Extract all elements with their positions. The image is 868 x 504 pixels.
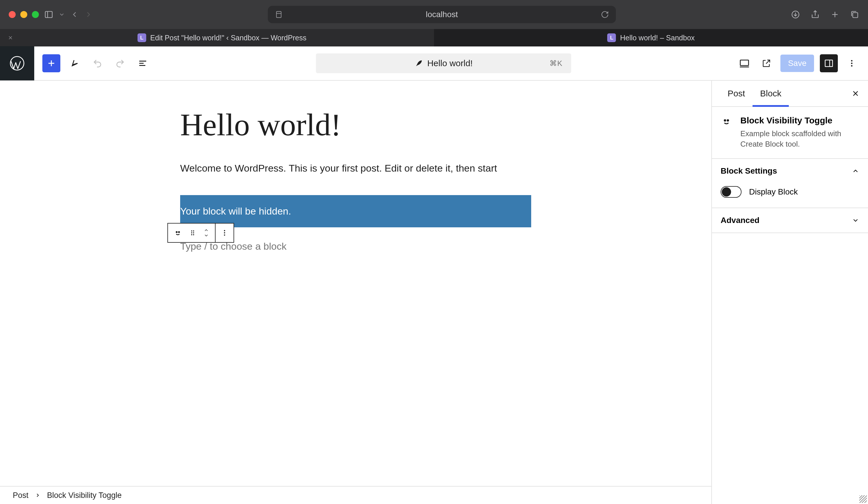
block-type-icon[interactable] — [173, 228, 183, 238]
traffic-close[interactable] — [9, 11, 16, 18]
add-block-button[interactable] — [42, 54, 60, 72]
svg-point-38 — [724, 120, 726, 121]
tab-post[interactable]: Post — [720, 81, 753, 106]
display-block-control: Display Block — [712, 183, 868, 208]
post-title[interactable]: Hello world! — [180, 107, 531, 143]
svg-point-39 — [727, 120, 729, 121]
browser-tab-edit-post[interactable]: L Edit Post "Hello world!" ‹ Sandbox — W… — [0, 29, 434, 47]
resize-corner[interactable] — [856, 492, 868, 504]
view-desktop-icon[interactable] — [736, 55, 753, 71]
more-options-icon[interactable] — [844, 55, 860, 71]
svg-point-12 — [10, 57, 24, 70]
visibility-toggle-block[interactable]: Your block will be hidden. — [180, 195, 531, 227]
svg-point-23 — [851, 63, 852, 64]
block-movers[interactable] — [203, 228, 210, 238]
new-tab-icon[interactable] — [830, 10, 839, 19]
browser-toolbar: localhost — [0, 0, 868, 29]
block-card-text: Block Visibility Toggle Example block sc… — [740, 115, 859, 150]
redo-icon — [112, 55, 128, 71]
sidebar-tabs: Post Block — [712, 81, 868, 107]
browser-tab-preview[interactable]: L Hello world! – Sandbox — [434, 29, 868, 47]
svg-point-33 — [224, 230, 225, 231]
editor-right-tools: Save — [736, 54, 868, 72]
save-button[interactable]: Save — [781, 54, 814, 72]
document-title-button[interactable]: Hello world! ⌘K — [316, 53, 571, 73]
block-more-icon[interactable] — [221, 229, 228, 236]
paragraph-block[interactable]: Welcome to WordPress. This is your first… — [180, 160, 531, 176]
block-toolbar-group-main — [168, 223, 216, 242]
forward-icon — [84, 10, 93, 19]
svg-rect-0 — [45, 11, 52, 18]
wordpress-editor: Hello world! ⌘K Save Hello world! Welcom… — [0, 47, 868, 504]
document-title-text: Hello world! — [427, 58, 473, 68]
chevron-down-icon — [852, 216, 859, 224]
browser-right-controls — [791, 10, 859, 19]
section-header-advanced[interactable]: Advanced — [712, 208, 868, 233]
section-header-block-settings[interactable]: Block Settings — [712, 159, 868, 183]
move-up-icon[interactable] — [203, 228, 210, 233]
settings-sidebar: Post Block Block Visibility Toggle Examp… — [711, 81, 868, 504]
editor-topbar: Hello world! ⌘K Save — [0, 47, 868, 81]
svg-point-27 — [191, 231, 192, 232]
browser-tabs: L Edit Post "Hello world!" ‹ Sandbox — W… — [0, 29, 868, 47]
svg-point-32 — [193, 234, 194, 235]
move-down-icon[interactable] — [203, 233, 210, 238]
document-overview-icon[interactable] — [135, 55, 151, 71]
svg-point-29 — [191, 232, 192, 233]
chevron-right-icon — [35, 492, 41, 498]
address-bar[interactable]: localhost — [268, 6, 616, 23]
block-card: Block Visibility Toggle Example block sc… — [712, 107, 868, 159]
address-text: localhost — [426, 10, 458, 19]
document-title-wrap: Hello world! ⌘K — [151, 53, 736, 73]
close-icon[interactable] — [8, 35, 13, 41]
block-card-description: Example block scaffolded with Create Blo… — [740, 128, 859, 150]
block-card-title: Block Visibility Toggle — [740, 115, 859, 125]
section-title: Block Settings — [721, 167, 777, 176]
view-post-icon[interactable] — [758, 55, 775, 71]
reload-icon[interactable] — [601, 10, 609, 19]
svg-point-34 — [224, 232, 225, 233]
svg-rect-9 — [852, 12, 858, 18]
feather-icon — [415, 59, 423, 68]
site-settings-icon[interactable] — [275, 10, 283, 19]
editor-canvas[interactable]: Hello world! Welcome to WordPress. This … — [0, 81, 711, 486]
section-advanced: Advanced — [712, 208, 868, 233]
shortcut-hint: ⌘K — [549, 59, 562, 68]
share-icon[interactable] — [810, 10, 820, 19]
tab-overview-icon[interactable] — [850, 10, 859, 19]
favicon: L — [607, 33, 616, 42]
display-block-toggle[interactable] — [721, 186, 742, 198]
svg-point-30 — [193, 232, 194, 233]
block-toolbar — [167, 223, 234, 243]
tab-label: Hello world! – Sandbox — [620, 34, 694, 42]
tools-select-icon[interactable] — [67, 55, 83, 71]
tab-block[interactable]: Block — [753, 81, 789, 106]
chevron-down-icon[interactable] — [59, 11, 65, 18]
wp-logo[interactable] — [0, 46, 34, 80]
drag-handle-icon[interactable] — [189, 229, 196, 236]
display-block-label: Display Block — [749, 187, 798, 196]
breadcrumb-current: Block Visibility Toggle — [47, 491, 122, 500]
close-icon[interactable] — [851, 89, 860, 98]
smiley-icon — [721, 115, 733, 150]
block-message: Your block will be hidden. — [180, 205, 291, 216]
back-icon[interactable] — [70, 10, 79, 19]
address-bar-wrap: localhost — [98, 6, 786, 23]
settings-panel-toggle[interactable] — [820, 54, 838, 72]
svg-point-26 — [178, 231, 179, 233]
sidebar-toggle-icon[interactable] — [44, 10, 53, 19]
section-title: Advanced — [721, 216, 760, 225]
breadcrumb-root[interactable]: Post — [13, 491, 29, 500]
tab-label: Edit Post "Hello world!" ‹ Sandbox — Wor… — [150, 34, 306, 42]
downloads-icon[interactable] — [791, 10, 800, 19]
block-breadcrumb: Post Block Visibility Toggle — [0, 486, 711, 504]
traffic-minimize[interactable] — [20, 11, 27, 18]
traffic-zoom[interactable] — [32, 11, 39, 18]
svg-point-31 — [191, 234, 192, 235]
svg-rect-20 — [825, 60, 833, 67]
svg-point-24 — [851, 65, 852, 67]
document-tools — [34, 54, 151, 72]
svg-point-22 — [851, 60, 852, 62]
svg-point-35 — [224, 234, 225, 235]
svg-rect-2 — [277, 12, 281, 18]
